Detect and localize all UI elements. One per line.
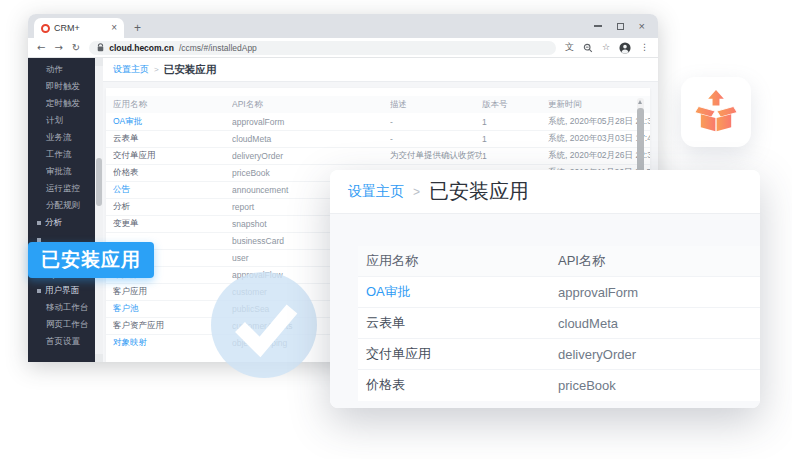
overlay-table-header-row: 应用名称 API名称 (358, 246, 760, 276)
app-name-cell[interactable]: 分析 (113, 201, 232, 213)
updated-cell: 系统, 2020年05月28日 21:38 (548, 116, 650, 128)
overlay-app-name-cell[interactable]: 价格表 (358, 376, 558, 394)
sidebar-scrollbar[interactable] (95, 58, 103, 362)
sidebar-item[interactable]: 动作 (28, 61, 95, 78)
sidebar-item[interactable]: 移动工作台 (28, 299, 95, 316)
scroll-down-icon[interactable] (95, 354, 103, 362)
description-cell: - (390, 134, 482, 144)
overlay-breadcrumb: 设置主页 > 已安装应用 (330, 170, 760, 214)
scroll-up-icon[interactable] (95, 58, 103, 66)
column-header-version: 版本号 (482, 99, 548, 111)
app-name-cell[interactable]: OA审批 (113, 116, 232, 128)
overlay-table-row[interactable]: 交付单应用 deliveryOrder (358, 338, 760, 369)
overlay-table-row[interactable]: 云表单 cloudMeta (358, 307, 760, 338)
sidebar-item[interactable]: 分析 (28, 214, 95, 231)
overlay-body: 应用名称 API名称 OA审批 approvalForm 云表单 cloudMe… (330, 214, 760, 408)
version-cell: 1 (482, 134, 548, 144)
app-name-cell[interactable]: 交付单应用 (113, 150, 232, 162)
menu-dots-icon[interactable]: ⋮ (640, 43, 649, 52)
description-cell: - (390, 117, 482, 127)
bookmark-star-icon[interactable]: ☆ (602, 43, 610, 52)
window-controls: × (581, 14, 658, 38)
settings-sidebar: 动作 即时触发 定时触发 计划 业务流 工作流 (28, 58, 95, 362)
sidebar-item[interactable]: 即时触发 (28, 78, 95, 95)
tab-close-icon[interactable]: × (111, 23, 117, 33)
sidebar-item[interactable]: 首页设置 (28, 333, 95, 350)
breadcrumb-home-link[interactable]: 设置主页 (113, 63, 149, 76)
open-box-upload-icon (693, 88, 739, 136)
app-install-icon-card (681, 77, 751, 147)
sidebar-item-label: 定时触发 (46, 98, 80, 110)
sidebar-item[interactable]: 工作流 (28, 146, 95, 163)
sidebar-item-label: 首页设置 (46, 336, 80, 348)
table-row[interactable]: OA审批 approvalForm - 1 系统, 2020年05月28日 21… (106, 113, 650, 130)
overlay-api-name-cell: approvalForm (558, 285, 760, 300)
tab-strip: CRM+ × + × (28, 14, 658, 38)
check-watermark-icon (211, 272, 317, 378)
overlay-api-name-cell: deliveryOrder (558, 347, 760, 362)
window-minimize-button[interactable] (594, 25, 602, 27)
table-row[interactable]: 云表单 cloudMeta - 1 系统, 2020年03月03日 17:41 (106, 130, 650, 147)
padlock-icon (97, 43, 104, 52)
back-icon[interactable]: ← (37, 43, 45, 53)
profile-avatar[interactable] (619, 42, 631, 54)
sidebar-item-label: 工作流 (46, 149, 72, 161)
forward-icon[interactable]: → (54, 43, 62, 53)
updated-cell: 系统, 2020年03月03日 17:41 (548, 133, 650, 145)
zoom-icon[interactable] (583, 43, 593, 53)
overlay-table: 应用名称 API名称 OA审批 approvalForm 云表单 cloudMe… (358, 246, 760, 401)
app-name-cell[interactable]: 价格表 (113, 167, 232, 179)
sidebar-scrollbar-thumb[interactable] (96, 158, 102, 206)
version-cell: 1 (482, 117, 548, 127)
app-name-cell[interactable]: 云表单 (113, 133, 232, 145)
table-row[interactable]: 交付单应用 deliveryOrder 为交付单提供确认收货功能 1 系统, 2… (106, 147, 650, 164)
crm-favicon-icon (41, 24, 50, 33)
overlay-app-name-cell[interactable]: OA审批 (358, 283, 558, 301)
sidebar-item[interactable]: 审批流 (28, 163, 95, 180)
section-bullet-icon (37, 289, 41, 293)
url-domain: cloud.hecom.cn (109, 43, 174, 53)
window-close-button[interactable]: × (639, 21, 645, 32)
overlay-app-name-cell[interactable]: 交付单应用 (358, 345, 558, 363)
window-maximize-button[interactable] (617, 23, 624, 30)
translate-icon[interactable]: 文 (565, 43, 574, 52)
sidebar-item[interactable]: 网页工作台 (28, 316, 95, 333)
sidebar-item-label: 分析 (45, 217, 62, 229)
sidebar-item-label: 移动工作台 (46, 302, 89, 314)
promo-canvas: CRM+ × + × ← → ↻ cloud.hecom.cn/ccms/#/i… (0, 0, 792, 459)
section-bullet-icon (37, 238, 41, 242)
table-scroll-up-icon[interactable] (638, 100, 642, 104)
breadcrumb: 设置主页 > 已安装应用 (103, 58, 658, 82)
sidebar-item[interactable]: 定时触发 (28, 95, 95, 112)
sidebar-item[interactable]: 用户界面 (28, 282, 95, 299)
new-tab-button[interactable]: + (134, 22, 141, 34)
breadcrumb-separator-icon: > (154, 65, 159, 74)
overlay-breadcrumb-home-link[interactable]: 设置主页 (348, 183, 404, 201)
column-header-api-name: API名称 (232, 99, 390, 111)
reload-icon[interactable]: ↻ (72, 43, 80, 53)
overlay-api-name-cell: priceBook (558, 378, 760, 393)
overlay-table-row[interactable]: 价格表 priceBook (358, 369, 760, 400)
column-header-updated: 更新时间 (548, 99, 650, 111)
overlay-api-name-cell: cloudMeta (558, 316, 760, 331)
overlay-table-row[interactable]: OA审批 approvalForm (358, 276, 760, 307)
zoom-overlay-card: 设置主页 > 已安装应用 应用名称 API名称 OA审批 approvalFor… (330, 170, 760, 408)
installed-apps-nav-callout[interactable]: 已安装应用 (28, 242, 154, 278)
overlay-column-header-app-name: 应用名称 (358, 252, 558, 270)
app-name-cell[interactable]: 变更单 (113, 218, 232, 230)
overlay-page-title: 已安装应用 (429, 178, 529, 205)
sidebar-item-label: 网页工作台 (46, 319, 89, 331)
app-name-cell[interactable]: 公告 (113, 184, 232, 196)
sidebar-item[interactable]: 计划 (28, 112, 95, 129)
overlay-column-header-api-name: API名称 (558, 252, 760, 270)
browser-tab[interactable]: CRM+ × (34, 18, 124, 38)
updated-cell: 系统, 2020年02月26日 22:32 (548, 150, 650, 162)
address-bar[interactable]: cloud.hecom.cn/ccms/#/installedApp (89, 41, 556, 55)
overlay-app-name-cell[interactable]: 云表单 (358, 314, 558, 332)
sidebar-item[interactable]: 运行监控 (28, 180, 95, 197)
version-cell: 1 (482, 151, 548, 161)
sidebar-item[interactable]: 业务流 (28, 129, 95, 146)
overlay-breadcrumb-separator-icon: > (413, 185, 420, 199)
sidebar-item[interactable]: 分配规则 (28, 197, 95, 214)
sidebar-item-label: 即时触发 (46, 81, 80, 93)
